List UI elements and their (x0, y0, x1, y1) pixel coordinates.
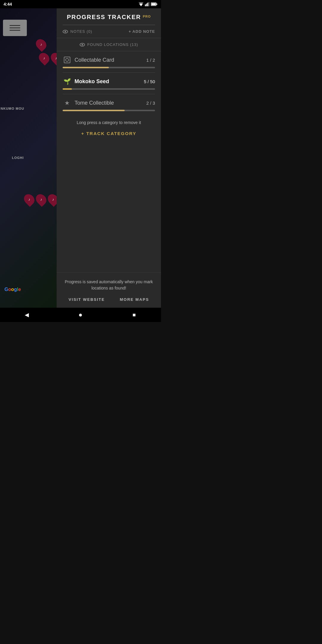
found-eye-icon (80, 43, 85, 47)
mokoko-seed-left: 🌱 Mokoko Seed (63, 77, 109, 86)
collectable-card-icon (63, 55, 72, 64)
panel-header: PROGRESS TRACKER PRO (57, 8, 161, 25)
notes-label[interactable]: NOTES (0) (70, 29, 92, 34)
bottom-buttons: VISIT WEBSITE MORE MAPS (63, 296, 155, 303)
collectable-card-name: Collectable Card (75, 57, 114, 63)
tome-icon-glyph: ★ (64, 99, 70, 106)
map-background: NKUMO MOU LOGHI Google (0, 8, 57, 308)
category-tome-collectible[interactable]: ★ Tome Collectible 2 / 3 (57, 94, 161, 115)
mokoko-icon-glyph: 🌱 (64, 78, 71, 85)
map-pin-3[interactable] (49, 51, 57, 65)
auto-save-text: Progress is saved automatically when you… (63, 279, 155, 291)
mokoko-seed-count: 5 / 50 (144, 79, 155, 84)
wifi-icon (138, 2, 144, 6)
collectable-card-header: Collectable Card 1 / 2 (63, 55, 155, 64)
pro-badge: PRO (143, 15, 151, 18)
map-label-nkumo: NKUMO MOU (1, 107, 24, 110)
nav-bar: ◀ ● ■ (0, 308, 161, 322)
map-pins-top (36, 38, 57, 64)
panel-title: PROGRESS TRACKER (67, 14, 141, 21)
recent-icon: ■ (133, 312, 136, 318)
notes-eye-icon (63, 30, 68, 33)
nav-recent-button[interactable]: ■ (125, 309, 143, 321)
panel-title-row: PROGRESS TRACKER PRO (63, 14, 155, 21)
back-icon: ◀ (25, 312, 29, 318)
map-pins-bottom (24, 193, 57, 206)
map-pin-6[interactable] (46, 192, 57, 207)
google-logo: Google (4, 287, 21, 292)
map-pin-5[interactable] (34, 192, 48, 207)
card-icon-shape (64, 57, 70, 63)
tome-collectible-name: Tome Collectible (75, 100, 114, 106)
hamburger-line-2 (10, 27, 20, 28)
collectable-card-count: 1 / 2 (146, 58, 155, 63)
collectable-card-left: Collectable Card (63, 55, 114, 64)
battery-icon (151, 2, 157, 6)
tome-collectible-icon: ★ (63, 98, 72, 107)
signal-icon (145, 2, 150, 6)
home-icon: ● (78, 311, 82, 319)
hamburger-line-3 (10, 30, 20, 31)
visit-website-button[interactable]: VISIT WEBSITE (66, 296, 107, 303)
tome-collectible-left: ★ Tome Collectible (63, 98, 114, 107)
mokoko-seed-progress-bg (63, 88, 155, 90)
map-pin-1[interactable] (34, 37, 48, 52)
found-locations-label: FOUND LOCATIONS (13) (87, 42, 138, 47)
mokoko-seed-name: Mokoko Seed (75, 78, 109, 85)
svg-rect-4 (146, 4, 147, 6)
status-time: 4:44 (4, 2, 12, 7)
notes-row: NOTES (0) + ADD NOTE (57, 25, 161, 38)
hamburger-button[interactable] (3, 20, 27, 36)
tome-collectible-progress-fill (63, 110, 125, 111)
svg-rect-6 (148, 2, 149, 6)
track-category-label: + TRACK CATEGORY (81, 131, 137, 136)
track-category-button[interactable]: + TRACK CATEGORY (57, 127, 161, 140)
mokoko-seed-progress-fill (63, 88, 72, 90)
category-collectable-card[interactable]: Collectable Card 1 / 2 (57, 51, 161, 72)
google-text: Google (4, 287, 21, 292)
collectable-card-progress-fill (63, 67, 109, 68)
tome-collectible-count: 2 / 3 (146, 100, 155, 106)
found-locations-row[interactable]: FOUND LOCATIONS (13) (57, 38, 161, 51)
svg-rect-9 (157, 4, 157, 5)
mokoko-seed-header: 🌱 Mokoko Seed 5 / 50 (63, 77, 155, 86)
bottom-info: Progress is saved automatically when you… (57, 273, 161, 308)
mokoko-seed-icon: 🌱 (63, 77, 72, 86)
nav-home-button[interactable]: ● (72, 309, 89, 321)
progress-tracker-panel: PROGRESS TRACKER PRO NOTES (0) + ADD NOT… (57, 8, 161, 308)
category-mokoko-seed[interactable]: 🌱 Mokoko Seed 5 / 50 (57, 73, 161, 94)
tome-collectible-progress-bg (63, 110, 155, 111)
collectable-card-progress-bg (63, 67, 155, 68)
status-bar: 4:44 (0, 0, 161, 8)
hint-text: Long press a category to remove it (57, 115, 161, 127)
notes-left: NOTES (0) (63, 29, 92, 34)
more-maps-button[interactable]: MORE MAPS (117, 296, 151, 303)
hamburger-line-1 (10, 25, 20, 26)
tome-collectible-header: ★ Tome Collectible 2 / 3 (63, 98, 155, 107)
add-note-button[interactable]: + ADD NOTE (129, 29, 155, 34)
svg-rect-8 (151, 3, 156, 5)
svg-rect-5 (147, 3, 148, 6)
svg-rect-3 (145, 4, 146, 6)
nav-back-button[interactable]: ◀ (18, 309, 36, 321)
status-icons (138, 2, 157, 6)
map-label-loghi: LOGHI (12, 156, 24, 160)
map-pin-2[interactable] (37, 51, 51, 65)
map-pin-4[interactable] (22, 192, 36, 207)
